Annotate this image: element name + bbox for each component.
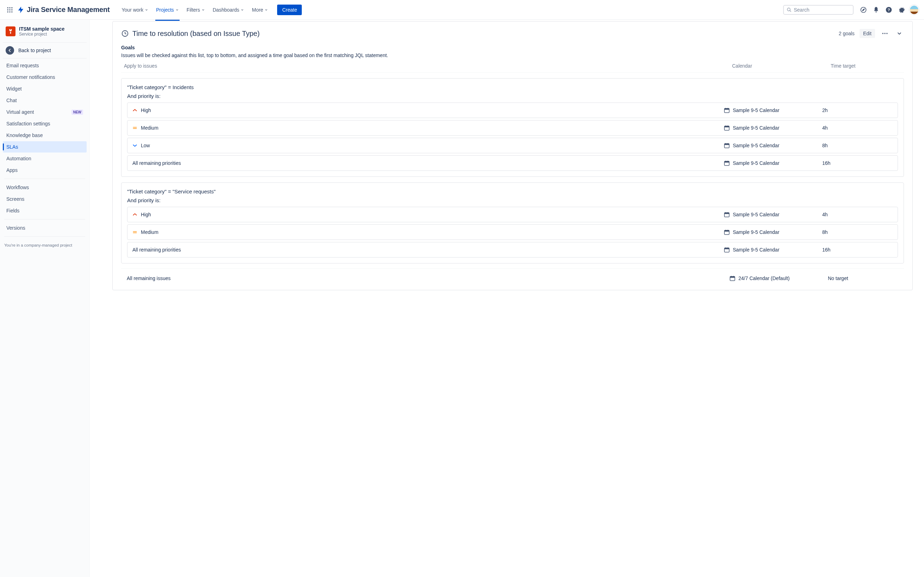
product-logo[interactable]: Jira Service Management — [17, 6, 110, 14]
svg-line-10 — [790, 10, 791, 11]
project-header[interactable]: ITSM sample space Service project — [3, 26, 87, 42]
column-headers: Apply to issues Calendar Time target — [121, 63, 904, 73]
goals-count: 2 goals — [839, 31, 855, 36]
sidebar-item-label: Workflows — [6, 185, 29, 190]
sidebar-item-virtual-agent[interactable]: Virtual agentNEW — [3, 106, 87, 118]
svg-rect-22 — [724, 108, 729, 110]
chevron-down-icon — [240, 8, 244, 11]
sidebar-item-label: Versions — [6, 225, 25, 231]
sla-rule-row[interactable]: MediumSample 9-5 Calendar4h — [127, 120, 898, 135]
time-target: 4h — [822, 212, 893, 218]
svg-rect-50 — [724, 248, 729, 250]
svg-point-20 — [886, 33, 887, 34]
search-input[interactable] — [794, 7, 850, 13]
svg-point-19 — [884, 33, 885, 34]
time-target: 2h — [822, 108, 893, 113]
compass-icon[interactable] — [858, 4, 869, 16]
bolt-icon — [17, 6, 25, 14]
svg-rect-54 — [730, 277, 735, 278]
calendar-name: Sample 9-5 Calendar — [733, 160, 779, 166]
sidebar-item-apps[interactable]: Apps — [3, 164, 87, 176]
calendar-name: Sample 9-5 Calendar — [733, 212, 779, 218]
svg-rect-28 — [724, 126, 729, 127]
user-avatar[interactable] — [908, 4, 920, 16]
goal-group: "Ticket category" = IncidentsAnd priorit… — [121, 78, 904, 177]
svg-point-18 — [882, 33, 884, 34]
priority-high-icon — [132, 108, 137, 113]
svg-point-13 — [876, 11, 876, 12]
search-box[interactable] — [783, 5, 853, 15]
priority-label: All remaining priorities — [132, 247, 181, 253]
nav-item-more[interactable]: More — [248, 5, 272, 15]
svg-rect-16 — [10, 32, 11, 34]
svg-point-4 — [9, 9, 10, 10]
sla-rule-row[interactable]: All remaining prioritiesSample 9-5 Calen… — [127, 155, 898, 171]
jql-statement: "Ticket category" = Incidents — [127, 84, 898, 90]
calendar-name: Sample 9-5 Calendar — [733, 229, 779, 235]
sla-rule-row[interactable]: HighSample 9-5 Calendar4h — [127, 207, 898, 222]
svg-rect-32 — [724, 144, 729, 145]
back-label: Back to project — [18, 48, 51, 53]
help-icon[interactable]: ? — [883, 4, 894, 16]
collapse-icon[interactable] — [895, 29, 904, 38]
sidebar-item-label: Virtual agent — [6, 109, 34, 115]
create-button[interactable]: Create — [277, 5, 302, 15]
sidebar-item-email-requests[interactable]: Email requests — [3, 60, 87, 71]
calendar-name: Sample 9-5 Calendar — [733, 108, 779, 113]
notifications-icon[interactable] — [871, 4, 882, 16]
sidebar-item-fields[interactable]: Fields — [3, 205, 87, 216]
svg-point-9 — [787, 8, 790, 11]
priority-label: Medium — [141, 125, 158, 131]
remaining-target: No target — [828, 276, 898, 281]
priority-label: All remaining priorities — [132, 160, 181, 166]
sidebar-item-slas[interactable]: SLAs — [3, 141, 87, 153]
time-target: 4h — [822, 125, 893, 131]
sidebar-item-screens[interactable]: Screens — [3, 193, 87, 205]
sidebar-item-knowledge-base[interactable]: Knowledge base — [3, 130, 87, 141]
sidebar-divider — [4, 219, 85, 219]
app-switcher-icon[interactable] — [4, 4, 16, 16]
nav-item-dashboards[interactable]: Dashboards — [209, 5, 248, 15]
sidebar-item-chat[interactable]: Chat — [3, 95, 87, 106]
remaining-issues-row: All remaining issues 24/7 Calendar (Defa… — [121, 268, 904, 283]
svg-marker-12 — [862, 8, 865, 11]
sla-rule-row[interactable]: MediumSample 9-5 Calendar8h — [127, 224, 898, 240]
settings-icon[interactable] — [896, 4, 907, 16]
product-name: Jira Service Management — [27, 6, 110, 14]
back-to-project[interactable]: Back to project — [3, 42, 87, 58]
search-icon — [787, 7, 792, 13]
sidebar-item-label: Satisfaction settings — [6, 121, 50, 126]
sla-title: Time to resolution (based on Issue Type) — [132, 30, 259, 38]
svg-point-7 — [9, 11, 10, 12]
nav-icons: ? — [858, 4, 920, 16]
sidebar-item-automation[interactable]: Automation — [3, 153, 87, 164]
col-calendar: Calendar — [732, 63, 831, 69]
priority-medium-icon — [132, 126, 137, 131]
sidebar-item-satisfaction-settings[interactable]: Satisfaction settings — [3, 118, 87, 129]
sla-rule-row[interactable]: All remaining prioritiesSample 9-5 Calen… — [127, 242, 898, 258]
nav-items: Your workProjectsFiltersDashboardsMore — [118, 5, 272, 15]
edit-button[interactable]: Edit — [860, 29, 875, 38]
sidebar-item-label: Fields — [6, 208, 19, 213]
project-icon — [6, 26, 16, 36]
sidebar-item-workflows[interactable]: Workflows — [3, 182, 87, 193]
sidebar-item-label: Screens — [6, 196, 24, 202]
sidebar-item-label: Widget — [6, 86, 22, 92]
sla-rule-row[interactable]: LowSample 9-5 Calendar8h — [127, 138, 898, 153]
sidebar-item-versions[interactable]: Versions — [3, 222, 87, 234]
chevron-down-icon — [175, 8, 179, 11]
calendar-icon — [724, 247, 730, 253]
remaining-label: All remaining issues — [127, 276, 729, 281]
nav-item-your-work[interactable]: Your work — [118, 5, 152, 15]
svg-point-8 — [11, 11, 12, 12]
new-badge: NEW — [71, 110, 83, 115]
chevron-down-icon — [201, 8, 205, 11]
project-name: ITSM sample space — [19, 26, 64, 32]
sidebar-item-customer-notifications[interactable]: Customer notifications — [3, 71, 87, 83]
more-actions-icon[interactable] — [880, 29, 890, 39]
sidebar-item-widget[interactable]: Widget — [3, 83, 87, 94]
calendar-name: Sample 9-5 Calendar — [733, 247, 779, 253]
sla-rule-row[interactable]: HighSample 9-5 Calendar2h — [127, 103, 898, 118]
nav-item-filters[interactable]: Filters — [183, 5, 208, 15]
nav-item-projects[interactable]: Projects — [153, 5, 182, 15]
